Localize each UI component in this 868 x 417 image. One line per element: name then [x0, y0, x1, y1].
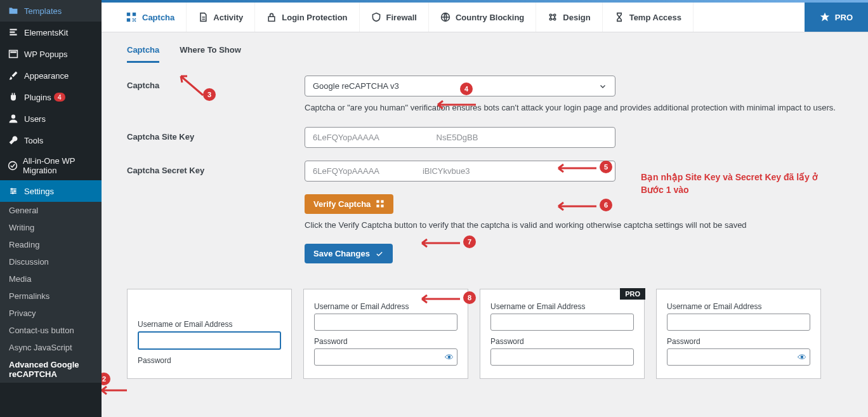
login-previews: Username or Email Address Password Usern… — [102, 289, 868, 392]
sub-recaptcha[interactable]: Advanced Google reCAPTCHA — [0, 356, 102, 383]
sub-asyncjs[interactable]: Async JavaScript — [0, 339, 102, 356]
preview-card[interactable]: PRO Username or Email Address Password — [480, 289, 645, 379]
check-icon — [375, 249, 384, 258]
qr-icon — [126, 11, 137, 23]
captcha-label: Captcha — [127, 76, 305, 90]
subtabs: Captcha Where To Show — [102, 32, 868, 63]
wrench-icon — [8, 135, 19, 146]
user-icon — [8, 113, 19, 124]
sub-writing[interactable]: Writing — [0, 219, 102, 236]
sub-permalinks[interactable]: Permalinks — [0, 288, 102, 305]
eye-icon[interactable]: 👁 — [445, 352, 454, 362]
tab-label: Country Blocking — [456, 13, 524, 22]
sidebar-label: ElementsKit — [24, 28, 68, 37]
svg-point-5 — [14, 190, 16, 192]
tab-login-protection[interactable]: Login Protection — [255, 3, 359, 32]
sidebar-label: Tools — [24, 136, 43, 145]
save-changes-button[interactable]: Save Changes — [305, 244, 393, 263]
svg-rect-8 — [133, 13, 136, 16]
username-input[interactable] — [138, 331, 281, 350]
hourglass-icon — [614, 12, 624, 22]
main-content: Captcha Activity Login Protection Firewa… — [102, 0, 868, 417]
sidebar-label: WP Popups — [24, 50, 67, 59]
tab-country-blocking[interactable]: Country Blocking — [429, 3, 536, 32]
password-label: Password — [490, 337, 634, 346]
tab-firewall[interactable]: Firewall — [360, 3, 429, 32]
tab-temp-access[interactable]: Temp Access — [603, 3, 694, 32]
password-input[interactable] — [490, 348, 634, 366]
secretkey-input[interactable] — [305, 161, 615, 182]
username-input[interactable] — [667, 314, 810, 331]
sub-media[interactable]: Media — [0, 270, 102, 288]
sidebar-item-settings[interactable]: Settings — [0, 180, 102, 202]
sub-contactus[interactable]: Contact-us button — [0, 322, 102, 339]
save-label: Save Changes — [313, 249, 370, 258]
verify-captcha-button[interactable]: Verify Captcha — [305, 194, 393, 214]
sidebar-item-appearance[interactable]: Appearance — [0, 65, 102, 86]
sidebar-item-users[interactable]: Users — [0, 108, 102, 129]
subtab-captcha[interactable]: Captcha — [127, 45, 159, 63]
sidebar-item-templates[interactable]: Templates — [0, 0, 102, 22]
password-input[interactable] — [667, 348, 810, 366]
sidebar-item-wppopups[interactable]: WP Popups — [0, 43, 102, 65]
svg-rect-13 — [133, 20, 134, 22]
sidebar-label: Templates — [24, 6, 62, 16]
sub-reading[interactable]: Reading — [0, 236, 102, 253]
tab-label: Activity — [213, 13, 243, 22]
eye-icon[interactable]: 👁 — [798, 352, 806, 362]
password-label: Password — [667, 337, 810, 346]
secretkey-label: Captcha Secret Key — [127, 161, 305, 175]
username-label: Username or Email Address — [490, 302, 634, 311]
preview-card[interactable]: Username or Email Address Password 👁 — [656, 289, 821, 379]
sub-general[interactable]: General — [0, 202, 102, 219]
sub-privacy[interactable]: Privacy — [0, 305, 102, 322]
preview-card[interactable]: Username or Email Address Password 👁 — [303, 289, 468, 379]
captcha-help: Captcha or "are you human" verification … — [305, 102, 843, 114]
tab-pro[interactable]: PRO — [805, 3, 868, 32]
select-value: Google reCAPTCHA v3 — [313, 81, 399, 91]
globe-icon — [440, 12, 450, 22]
tab-captcha[interactable]: Captcha — [114, 3, 187, 32]
subtab-where[interactable]: Where To Show — [180, 45, 241, 63]
svg-rect-1 — [10, 51, 16, 53]
tab-label: Temp Access — [629, 13, 681, 22]
svg-rect-7 — [127, 13, 130, 16]
plugins-badge: 4 — [54, 93, 65, 102]
svg-point-2 — [11, 115, 15, 119]
pro-badge: PRO — [620, 288, 645, 300]
sidebar-label: Appearance — [24, 71, 69, 81]
password-input[interactable] — [314, 348, 457, 366]
preview-card[interactable]: Username or Email Address Password — [127, 289, 292, 379]
sidebar-item-migration[interactable]: All-in-One WP Migration — [0, 151, 102, 180]
password-label: Password — [138, 356, 281, 365]
svg-point-6 — [12, 192, 14, 194]
sidebar-label: All-in-One WP Migration — [23, 156, 94, 175]
svg-rect-15 — [268, 17, 275, 21]
svg-rect-21 — [377, 200, 379, 202]
sidebar-label: Users — [24, 114, 46, 124]
ek-icon — [8, 27, 19, 38]
sidebar-label: Plugins — [24, 93, 51, 102]
tab-label: Firewall — [386, 13, 417, 22]
svg-point-3 — [9, 162, 17, 170]
sidebar-item-plugins[interactable]: Plugins 4 — [0, 86, 102, 108]
svg-rect-14 — [135, 20, 136, 22]
settings-submenu: General Writing Reading Discussion Media… — [0, 202, 102, 383]
username-input[interactable] — [490, 314, 634, 331]
sitekey-input[interactable] — [305, 127, 615, 148]
sidebar-item-elementskit[interactable]: ElementsKit — [0, 22, 102, 43]
brush-icon — [8, 70, 19, 81]
tab-activity[interactable]: Activity — [187, 3, 255, 32]
sub-discussion[interactable]: Discussion — [0, 253, 102, 270]
svg-rect-10 — [133, 18, 134, 20]
tab-label: Captcha — [142, 13, 174, 22]
svg-rect-12 — [134, 20, 135, 21]
username-label: Username or Email Address — [667, 302, 810, 311]
wp-admin-sidebar: Templates ElementsKit WP Popups Appearan… — [0, 0, 102, 417]
sidebar-item-tools[interactable]: Tools — [0, 129, 102, 151]
popup-icon — [8, 48, 19, 60]
tab-design[interactable]: Design — [536, 3, 602, 32]
captcha-select[interactable]: Google reCAPTCHA v3 — [305, 76, 615, 96]
username-input[interactable] — [314, 314, 457, 331]
lock-icon — [266, 12, 277, 22]
